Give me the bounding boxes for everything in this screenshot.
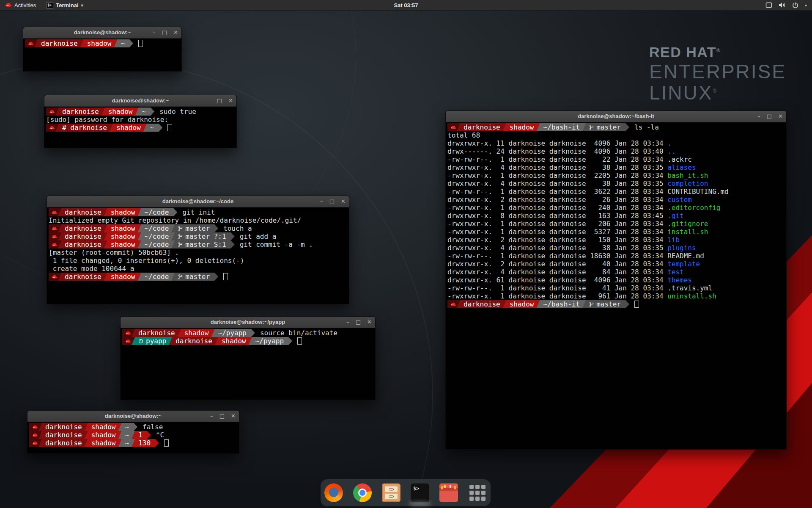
- dock-item-firefox[interactable]: [324, 483, 343, 502]
- running-indicator: [409, 501, 431, 506]
- prompt-segment-text: ~: [125, 439, 129, 447]
- ls-row-attributes: -rwxrwxr-x. 1 darknoise darknoise 2205 J…: [447, 171, 667, 179]
- dock-item-files[interactable]: [381, 483, 401, 502]
- prompt-segment-git: master: [171, 273, 218, 281]
- window-titlebar[interactable]: darknoise@shadow:~/code–□✕: [47, 196, 349, 207]
- minimize-button[interactable]: –: [757, 111, 760, 122]
- prompt-segment-text: 1: [138, 431, 143, 439]
- minimize-button[interactable]: –: [320, 196, 323, 207]
- close-button[interactable]: ✕: [173, 27, 178, 38]
- maximize-button[interactable]: □: [219, 411, 225, 422]
- maximize-button[interactable]: □: [162, 27, 167, 38]
- clock[interactable]: Sat 03:57: [394, 2, 418, 8]
- prompt-line: darknoiseshadow~/codemaster ?:1git add a: [49, 232, 347, 240]
- redhat-icon: [125, 331, 131, 335]
- output-text: [master (root-commit) 50bcb63] .: [49, 248, 179, 257]
- dock-item-chrome[interactable]: [353, 483, 372, 502]
- window-titlebar[interactable]: darknoise@shadow:~–□✕: [23, 27, 181, 39]
- command-text: ls -la: [634, 123, 659, 131]
- prompt-segment-text: ~/code: [145, 240, 169, 248]
- command-text: source bin/activate: [260, 329, 337, 337]
- prompt-segment-text: darknoise: [41, 39, 78, 47]
- ls-row-attributes: -rw-rw-r--. 1 darknoise darknoise 22 Jan…: [447, 155, 667, 163]
- prompt-segment-git: master: [582, 123, 629, 131]
- prompt-segment-text: shadow: [111, 240, 135, 248]
- prompt-segment-user: darknoise: [38, 431, 88, 439]
- ls-row: -rwxrwxr-x. 1 darknoise darknoise 240 Ja…: [447, 204, 785, 212]
- terminal-window: darknoise@shadow:~/bash-it–□✕darknoisesh…: [445, 110, 787, 450]
- redhat-icon: [125, 339, 131, 343]
- system-status-area[interactable]: ▾: [765, 0, 812, 10]
- ls-row: drwxrwxr-x. 2 darknoise darknoise 26 Jan…: [447, 196, 785, 204]
- command-text: git commit -a -m .: [240, 240, 313, 248]
- prompt-segment-user: darknoise: [38, 439, 88, 447]
- window-titlebar[interactable]: darknoise@shadow:~–□✕: [44, 95, 236, 107]
- app-menu-terminal[interactable]: $> Terminal ▾: [41, 0, 88, 10]
- prompt-segment-text: shadow: [111, 224, 135, 232]
- terminal-window: darknoise@shadow:~/code–□✕darknoiseshado…: [47, 196, 349, 304]
- git-branch-icon: [178, 274, 183, 280]
- ls-row-filename: .git: [667, 212, 684, 220]
- redhat-icon: [5, 2, 12, 8]
- close-button[interactable]: ✕: [367, 317, 372, 328]
- terminal-content[interactable]: darknoiseshadow~/pyappsource bin/activat…: [121, 328, 375, 400]
- dock-item-appgrid[interactable]: [468, 483, 487, 502]
- terminal-cursor: [167, 124, 172, 131]
- prompt-segment-path: ~/bash-it: [537, 300, 586, 308]
- prompt-segment-text: shadow: [108, 108, 133, 116]
- prompt-segment-user: darknoise: [55, 108, 105, 116]
- terminal-content[interactable]: darknoiseshadow~/codegit initInitialized…: [47, 207, 349, 304]
- redhat-icon: [52, 234, 58, 239]
- minimize-button[interactable]: –: [153, 27, 156, 38]
- prompt-segment-text: darknoise: [65, 224, 102, 232]
- ls-row: -rwxrwxr-x. 1 darknoise darknoise 206 Ja…: [447, 220, 785, 228]
- minimize-button[interactable]: –: [208, 95, 211, 106]
- prompt-segment-host: shadow: [104, 273, 141, 281]
- redhat-icon: [450, 125, 456, 130]
- dock-item-toolbox[interactable]: [439, 483, 458, 502]
- minimize-button[interactable]: –: [210, 411, 213, 422]
- prompt-segment-host: shadow: [85, 423, 122, 431]
- prompt-segment-user: darknoise: [58, 208, 107, 216]
- ls-row-filename: lib: [667, 236, 680, 244]
- ls-row-attributes: drwxrwxr-x. 4 darknoise darknoise 38 Jan…: [447, 163, 667, 171]
- chevron-down-icon: ▾: [81, 3, 83, 8]
- minimize-button[interactable]: –: [346, 317, 349, 328]
- prompt-line: darknoiseshadow~/codemaster S:1git commi…: [49, 240, 347, 248]
- maximize-button[interactable]: □: [356, 317, 361, 328]
- prompt-segment-git: master: [582, 300, 629, 308]
- activities-button[interactable]: Activities: [0, 0, 41, 10]
- close-button[interactable]: ✕: [228, 95, 233, 106]
- window-titlebar[interactable]: darknoise@shadow:~/bash-it–□✕: [446, 111, 786, 122]
- close-button[interactable]: ✕: [341, 196, 346, 207]
- prompt-segment-user: darknoise: [457, 123, 506, 131]
- ls-row: drwxrwxr-x. 4 darknoise darknoise 84 Jan…: [447, 268, 785, 276]
- close-button[interactable]: ✕: [778, 111, 783, 122]
- maximize-button[interactable]: □: [329, 196, 335, 207]
- registered-mark: ®: [713, 88, 718, 94]
- terminal-content[interactable]: darknoiseshadow~falsedarknoiseshadow~1^C…: [27, 422, 239, 454]
- output-line: total 68: [447, 131, 785, 139]
- brand-line-enterprise: ENTERPRISE: [649, 62, 786, 81]
- prompt-segment-text: master: [596, 300, 621, 308]
- prompt-line: darknoiseshadow~: [25, 39, 180, 47]
- prompt-segment-text: ~/pyapp: [218, 329, 247, 337]
- ls-row-filename: uninstall.sh: [667, 292, 716, 300]
- output-text: total 68: [447, 131, 480, 139]
- output-line: create mode 100644 a: [49, 265, 347, 273]
- dock-item-terminal[interactable]: $>: [410, 483, 430, 502]
- close-button[interactable]: ✕: [231, 411, 236, 422]
- maximize-button[interactable]: □: [767, 111, 772, 122]
- prompt-segment-host: shadow: [85, 439, 122, 447]
- terminal-content[interactable]: darknoiseshadow~: [23, 39, 181, 72]
- terminal-content[interactable]: darknoiseshadow~sudo true[sudo] password…: [44, 107, 236, 148]
- prompt-line: pyappdarknoiseshadow~/pyapp: [122, 337, 373, 345]
- terminal-content[interactable]: darknoiseshadow~/bash-itmasterls -latota…: [446, 122, 786, 450]
- terminal-icon: $>: [411, 483, 429, 502]
- window-titlebar[interactable]: darknoise@shadow:~/pyapp–□✕: [121, 317, 375, 328]
- maximize-button[interactable]: □: [217, 95, 222, 106]
- prompt-segment-text: darknoise: [65, 232, 102, 240]
- output-text: 1 file changed, 0 insertions(+), 0 delet…: [49, 257, 244, 265]
- window-titlebar[interactable]: darknoise@shadow:~–□✕: [27, 411, 239, 422]
- prompt-segment-git: master: [171, 224, 218, 232]
